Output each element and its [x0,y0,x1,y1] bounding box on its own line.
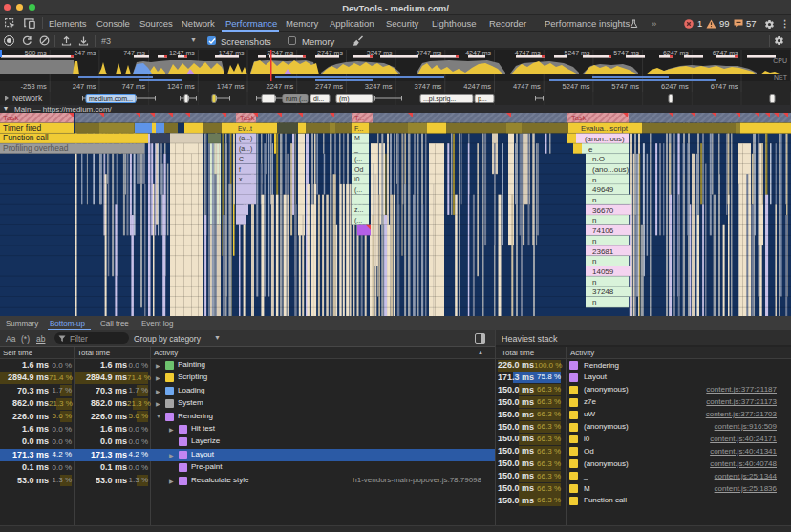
svg-text:4747 ms: 4747 ms [513,82,541,91]
svg-text:(ano...ous): (ano...ous) [592,165,630,174]
svg-text:NET: NET [774,74,788,81]
svg-text:(m): (m) [339,96,350,103]
svg-text:f: f [239,166,241,173]
svg-text:1247 ms: 1247 ms [167,82,195,91]
svg-text:5247 ms: 5247 ms [563,82,590,91]
svg-text:Network: Network [12,94,43,103]
svg-text:2747 ms: 2747 ms [315,82,343,91]
svg-text:Function call: Function call [3,133,49,142]
svg-text:p...: p... [478,96,487,103]
svg-text:23681: 23681 [592,247,614,256]
svg-text:rum (...: rum (... [286,96,307,103]
svg-text:3247 ms: 3247 ms [365,82,393,91]
svg-text:x: x [239,176,243,182]
svg-text:3247 ms: 3247 ms [367,50,393,56]
svg-text:37248: 37248 [592,287,614,296]
svg-text:Evalua...script: Evalua...script [581,124,629,133]
svg-text:(...: (... [354,156,362,163]
svg-text:74106: 74106 [592,226,614,235]
svg-text:(...: (... [354,217,362,224]
svg-text:747 ms: 747 ms [123,50,145,56]
svg-text:747 ms: 747 ms [121,82,145,91]
svg-text:e: e [588,145,593,154]
svg-text:(a...): (a...) [239,145,252,153]
svg-text:n: n [592,278,596,287]
svg-text:Od: Od [354,166,363,173]
svg-text:1247 ms: 1247 ms [169,50,195,56]
svg-text:3747 ms: 3747 ms [416,50,441,56]
svg-text:4247 ms: 4247 ms [463,82,491,91]
svg-text:1747 ms: 1747 ms [217,82,245,91]
svg-text:Ev...t: Ev...t [238,125,252,132]
svg-text:14059: 14059 [592,267,614,276]
svg-text:247 ms: 247 ms [73,82,96,91]
svg-text:n: n [592,237,596,245]
svg-text:n: n [592,257,596,266]
svg-text:Task: Task [3,114,19,122]
svg-text:4747 ms: 4747 ms [515,50,541,56]
svg-text:n: n [592,298,596,307]
svg-text:i0: i0 [354,176,360,182]
svg-text:T...: T... [354,114,364,122]
svg-text:C: C [239,156,244,162]
svg-text:Task: Task [240,114,255,122]
svg-text:500 ms: 500 ms [25,50,47,56]
svg-text:di...: di... [313,96,324,102]
svg-text:Timer fired: Timer fired [3,123,42,133]
svg-text:n.O: n.O [592,155,605,163]
svg-text:6247 ms: 6247 ms [663,50,689,56]
svg-text:2247 ms: 2247 ms [266,82,293,91]
svg-text:(...: (... [354,186,362,194]
svg-text:5247 ms: 5247 ms [565,50,590,56]
svg-text:5747 ms: 5747 ms [611,82,639,91]
svg-text:2747 ms: 2747 ms [317,50,343,56]
svg-text:M: M [354,135,360,141]
svg-text:6747 ms: 6747 ms [711,82,738,91]
svg-text:36670: 36670 [592,206,614,215]
svg-text:_: _ [353,145,358,153]
svg-text:F...: F... [354,125,363,132]
svg-text:49649: 49649 [592,185,614,194]
svg-text:Task: Task [571,114,587,122]
svg-text:1747 ms: 1747 ms [219,50,245,56]
svg-text:medium.com...: medium.com... [89,96,133,102]
svg-text:(anon...ous): (anon...ous) [585,135,625,143]
svg-text:247 ms: 247 ms [74,50,96,56]
svg-text:4247 ms: 4247 ms [465,50,491,56]
svg-text:Profiling overhead: Profiling overhead [3,143,69,153]
svg-text:n: n [592,216,596,224]
svg-text:CPU: CPU [773,57,787,64]
svg-text:...pi.sprig...: ...pi.sprig... [423,96,456,103]
svg-text:n: n [592,176,596,184]
svg-text:6747 ms: 6747 ms [713,50,738,56]
svg-text:3747 ms: 3747 ms [415,82,442,91]
svg-text:n: n [592,196,596,204]
svg-text:-253 ms: -253 ms [21,82,47,91]
svg-text:(a...): (a...) [239,135,252,142]
svg-text:z...: z... [354,206,363,213]
svg-text:5747 ms: 5747 ms [613,50,639,56]
svg-text:6247 ms: 6247 ms [661,82,689,91]
